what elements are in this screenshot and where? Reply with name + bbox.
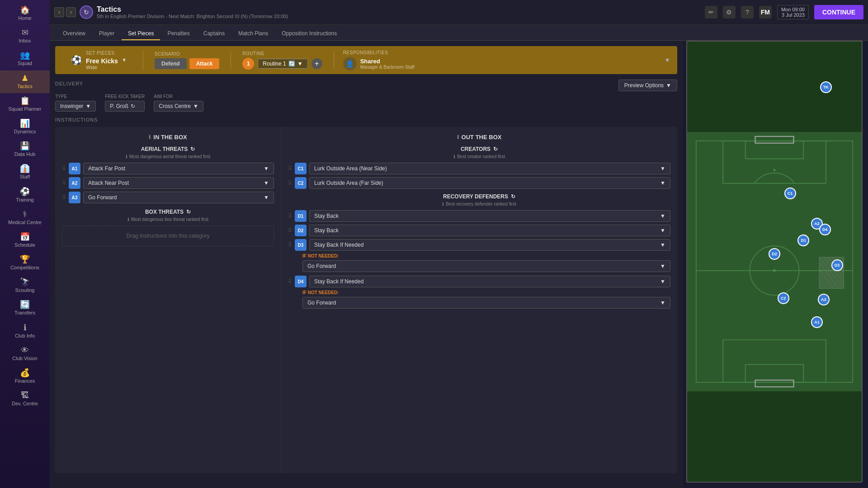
player-token-a1[interactable]: A1 <box>811 316 823 328</box>
if-not-needed-select-d3[interactable]: Go Forward ▼ <box>302 260 670 272</box>
sidebar-item-home[interactable]: 🏠Home <box>0 2 50 25</box>
sidebar-item-staff[interactable]: 👔Staff <box>0 161 50 183</box>
club-info-label: Club Info <box>15 333 35 339</box>
page-subtitle: 5th in English Premier Division - Next M… <box>97 14 705 19</box>
sidebar-item-competitions[interactable]: 🏆Competitions <box>0 252 50 274</box>
drag-handle[interactable]: ⠿ <box>62 180 66 186</box>
instructions-area: ℹ IN THE BOX AERIAL THREATS ↻ ℹ Most dan… <box>55 127 677 473</box>
badge-a2: A2 <box>69 177 80 189</box>
scenario-label: SCENARIO <box>155 52 219 56</box>
player-token-tk[interactable]: TK <box>820 81 832 93</box>
drag-handle[interactable]: ⠿ <box>62 194 66 201</box>
refresh-button[interactable]: ↻ <box>80 5 93 19</box>
type-select[interactable]: Inswinger ▼ <box>55 101 96 112</box>
aerial-refresh-icon[interactable]: ↻ <box>190 146 195 152</box>
tab-opposition[interactable]: Opposition Instructions <box>275 28 343 40</box>
player-token-d4[interactable]: D4 <box>819 224 831 235</box>
instr-select-c2[interactable]: Lurk Outside Area (Far Side) ▼ <box>309 177 670 189</box>
drag-handle[interactable]: ⠿ <box>288 180 292 186</box>
dev-centre-label: Dev. Centre <box>12 401 38 407</box>
player-token-d3[interactable]: D3 <box>831 259 843 271</box>
sidebar-item-dev-centre[interactable]: 🏗Dev. Centre <box>0 388 50 410</box>
free-kicks-expand[interactable]: ▼ <box>122 57 127 63</box>
responsibilities-expand[interactable]: ▼ <box>664 56 670 64</box>
competitions-label: Competitions <box>10 265 39 271</box>
aerial-rows: ⠿ A1 Attack Far Post ▼ ⠿ A2 Attack Near … <box>62 163 274 203</box>
drag-handle[interactable]: ⠿ <box>62 165 66 172</box>
tab-overview[interactable]: Overview <box>57 28 92 40</box>
player-token-d1[interactable]: D1 <box>797 235 809 246</box>
instr-select-a1[interactable]: Attack Far Post ▼ <box>83 163 274 174</box>
routine-status-icon: 🔄 <box>288 61 295 67</box>
sidebar-item-finances[interactable]: 💰Finances <box>0 365 50 388</box>
sidebar-item-squad-planner[interactable]: 📋Squad Planner <box>0 93 50 116</box>
if-not-needed-d4: IF NOT NEEDED: Go Forward ▼ <box>302 290 670 309</box>
sidebar-item-data-hub[interactable]: 💾Data Hub <box>0 138 50 161</box>
if-not-needed-select-d4[interactable]: Go Forward ▼ <box>302 297 670 309</box>
free-kick-taker-select[interactable]: P. Groß ↻ <box>105 101 145 112</box>
player-token-c1[interactable]: C1 <box>784 188 796 199</box>
sidebar-item-schedule[interactable]: 📅Schedule <box>0 229 50 252</box>
recovery-refresh-icon[interactable]: ↻ <box>511 193 515 200</box>
player-token-a3[interactable]: A3 <box>818 294 830 305</box>
drag-handle[interactable]: ⠿ <box>288 227 292 234</box>
continue-button[interactable]: CONTINUE <box>814 5 863 19</box>
dev-centre-icon: 🏗 <box>21 391 29 399</box>
tab-captains[interactable]: Captains <box>197 28 231 40</box>
aerial-note: ℹ Most dangerous aerial threat ranked fi… <box>62 154 274 159</box>
sidebar-item-squad[interactable]: 👥Squad <box>0 47 50 70</box>
sidebar-item-transfers[interactable]: 🔄Transfers <box>0 297 50 319</box>
creators-refresh-icon[interactable]: ↻ <box>493 146 498 152</box>
drag-handle[interactable]: ⠿ <box>288 242 292 248</box>
sidebar-item-club-info[interactable]: ℹClub Info <box>0 320 50 343</box>
box-refresh-icon[interactable]: ↻ <box>186 209 191 215</box>
attack-button[interactable]: Attack <box>189 58 220 69</box>
drag-handle[interactable]: ⠿ <box>288 165 292 172</box>
routine-add-button[interactable]: + <box>311 58 322 69</box>
badge-d2: D2 <box>295 225 307 236</box>
in-box-info-icon: ℹ <box>149 134 151 140</box>
sidebar-item-inbox[interactable]: ✉Inbox <box>0 25 50 47</box>
tab-player[interactable]: Player <box>93 28 121 40</box>
topbar-right: ✏ ⚙ ? FM Mon 09:00 3 Jul 2023 CONTINUE <box>705 5 863 19</box>
edit-icon[interactable]: ✏ <box>705 6 717 19</box>
instr-select-d2[interactable]: Stay Back ▼ <box>309 225 670 236</box>
dynamics-label: Dynamics <box>14 129 36 135</box>
box-note-text: Most dangerous box threat ranked first <box>131 217 208 222</box>
instr-select-d1[interactable]: Stay Back ▼ <box>309 210 670 222</box>
preview-options-button[interactable]: Preview Options ▼ <box>618 80 677 91</box>
recovery-label: RECOVERY DEFENDERS <box>443 193 508 200</box>
tab-set-pieces[interactable]: Set Pieces <box>122 28 160 40</box>
nav-forward[interactable]: › <box>66 7 76 17</box>
instr-select-d4[interactable]: Stay Back If Needed ▼ <box>309 276 670 287</box>
instr-select-c1[interactable]: Lurk Outside Area (Near Side) ▼ <box>309 163 670 174</box>
datetime-box: Mon 09:00 3 Jul 2023 <box>777 5 809 19</box>
aim-for-select[interactable]: Cross Centre ▼ <box>154 101 203 112</box>
sidebar-item-training[interactable]: ⚽Training <box>0 184 50 206</box>
nav-back[interactable]: ‹ <box>54 7 64 17</box>
sidebar-item-scouting[interactable]: 🔭Scouting <box>0 274 50 297</box>
tab-penalties[interactable]: Penalties <box>161 28 196 40</box>
sidebar-item-tactics[interactable]: ♟Tactics <box>0 70 50 93</box>
sidebar-item-club-vision[interactable]: 👁Club Vision <box>0 343 50 365</box>
help-icon[interactable]: ⚙ <box>723 6 736 19</box>
drag-handle[interactable]: ⠿ <box>288 213 292 219</box>
squad-icon: 👥 <box>20 51 30 59</box>
routine-dropdown[interactable]: Routine 1 🔄 ▼ <box>258 59 307 69</box>
player-token-d2[interactable]: D2 <box>769 248 780 260</box>
squad-label: Squad <box>18 61 32 66</box>
defend-button[interactable]: Defend <box>155 58 187 69</box>
instr-select-a3[interactable]: Go Forward ▼ <box>83 192 274 203</box>
instr-select-a2[interactable]: Attack Near Post ▼ <box>83 177 274 189</box>
if-not-needed-d3: IF NOT NEEDED: Go Forward ▼ <box>302 253 670 272</box>
home-icon: 🏠 <box>20 6 30 14</box>
sidebar-item-medical[interactable]: ⚕Medical Centre <box>0 206 50 229</box>
fm-icon[interactable]: FM <box>759 6 772 19</box>
player-token-c2[interactable]: C2 <box>778 292 789 304</box>
info-icon[interactable]: ? <box>741 6 754 19</box>
drag-handle[interactable]: ⠿ <box>288 278 292 285</box>
sidebar-item-dynamics[interactable]: 📊Dynamics <box>0 116 50 138</box>
instr-select-d3[interactable]: Stay Back If Needed ▼ <box>309 239 670 251</box>
tab-match-plans[interactable]: Match Plans <box>232 28 274 40</box>
free-kick-taker-field: FREE KICK TAKER P. Groß ↻ <box>105 94 145 112</box>
